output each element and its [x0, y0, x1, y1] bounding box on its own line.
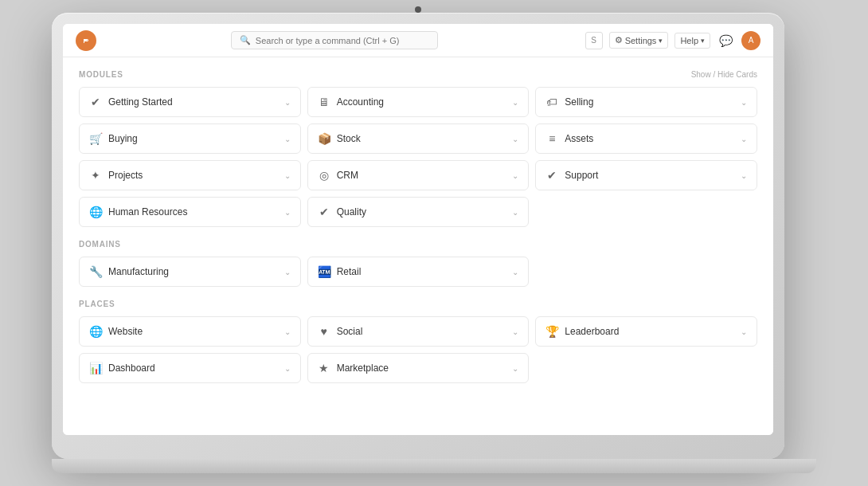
- places-grid: 🌐 Website ⌄ ♥ Social ⌄: [79, 316, 757, 383]
- assets-icon: ≡: [545, 132, 558, 145]
- module-card-accounting[interactable]: 🖥 Accounting ⌄: [307, 87, 530, 117]
- module-card-buying[interactable]: 🛒 Buying ⌄: [79, 123, 301, 154]
- module-card-website[interactable]: 🌐 Website ⌄: [79, 316, 301, 347]
- search-bar[interactable]: 🔍: [231, 31, 438, 49]
- search-icon: 🔍: [240, 35, 251, 45]
- support-icon: ✔: [545, 169, 558, 182]
- quality-icon: ✔: [318, 206, 330, 218]
- app-logo[interactable]: [76, 30, 96, 51]
- chevron-down-icon: ⌄: [512, 364, 518, 373]
- module-card-crm[interactable]: ◎ CRM ⌄: [307, 160, 530, 190]
- domains-section-header: DOMAINS: [79, 240, 757, 249]
- show-hide-cards-link[interactable]: Show / Hide Cards: [691, 70, 757, 79]
- module-card-support[interactable]: ✔ Support ⌄: [535, 160, 757, 190]
- website-icon: 🌐: [89, 325, 102, 338]
- chevron-down-icon: ⌄: [741, 135, 747, 143]
- module-card-selling[interactable]: 🏷 Selling ⌄: [535, 87, 757, 117]
- module-name-selling: Selling: [565, 96, 593, 108]
- retail-icon: 🏧: [318, 265, 330, 278]
- user-icon[interactable]: S: [585, 32, 603, 49]
- module-card-social[interactable]: ♥ Social ⌄: [307, 316, 530, 347]
- main-content: MODULES Show / Hide Cards ✔ Getting Star…: [63, 57, 773, 435]
- module-card-retail[interactable]: 🏧 Retail ⌄: [307, 257, 530, 287]
- domains-grid: 🔧 Manufacturing ⌄ 🏧 Retail ⌄: [79, 257, 757, 287]
- chevron-down-icon: ⌄: [284, 135, 291, 143]
- getting-started-icon: ✔: [89, 96, 102, 108]
- chevron-down-icon: ⌄: [512, 208, 518, 217]
- settings-icon: ⚙: [615, 35, 623, 45]
- avatar[interactable]: A: [741, 31, 760, 50]
- help-chevron: ▾: [701, 37, 705, 45]
- manufacturing-icon: 🔧: [89, 265, 102, 278]
- chevron-down-icon: ⌄: [741, 98, 747, 107]
- module-name-stock: Stock: [337, 133, 361, 144]
- module-name-accounting: Accounting: [337, 96, 384, 108]
- help-label: Help: [680, 36, 698, 45]
- chevron-down-icon: ⌄: [284, 171, 291, 180]
- chevron-down-icon: ⌄: [284, 364, 291, 373]
- chevron-down-icon: ⌄: [512, 135, 518, 143]
- module-card-projects[interactable]: ✦ Projects ⌄: [79, 160, 301, 190]
- modules-section-header: MODULES Show / Hide Cards: [79, 70, 757, 79]
- selling-icon: 🏷: [545, 96, 558, 108]
- module-card-stock[interactable]: 📦 Stock ⌄: [307, 123, 530, 154]
- module-card-manufacturing[interactable]: 🔧 Manufacturing ⌄: [79, 257, 301, 287]
- chevron-down-icon: ⌄: [741, 327, 747, 336]
- leaderboard-icon: 🏆: [545, 325, 558, 338]
- chevron-down-icon: ⌄: [284, 327, 291, 336]
- settings-chevron: ▾: [659, 37, 663, 45]
- module-name-human-resources: Human Resources: [108, 206, 187, 218]
- places-section-header: PLACES: [79, 300, 757, 308]
- module-name-dashboard: Dashboard: [108, 363, 155, 374]
- chevron-down-icon: ⌄: [741, 171, 747, 180]
- module-card-getting-started[interactable]: ✔ Getting Started ⌄: [79, 87, 301, 117]
- chevron-down-icon: ⌄: [512, 327, 518, 336]
- module-name-projects: Projects: [108, 170, 143, 181]
- module-name-marketplace: Marketplace: [337, 363, 389, 374]
- buying-icon: 🛒: [89, 132, 102, 145]
- laptop-base: [52, 459, 816, 473]
- module-card-dashboard[interactable]: 📊 Dashboard ⌄: [79, 353, 301, 383]
- chat-icon-button[interactable]: 💬: [717, 32, 735, 49]
- module-name-getting-started: Getting Started: [108, 96, 173, 108]
- module-name-support: Support: [565, 170, 598, 181]
- stock-icon: 📦: [318, 132, 330, 145]
- module-name-manufacturing: Manufacturing: [108, 266, 169, 277]
- module-name-buying: Buying: [108, 133, 138, 144]
- search-input[interactable]: [256, 36, 429, 45]
- accounting-icon: 🖥: [318, 96, 330, 108]
- settings-label: Settings: [625, 36, 657, 45]
- chevron-down-icon: ⌄: [512, 171, 518, 180]
- module-card-leaderboard[interactable]: 🏆 Leaderboard ⌄: [535, 316, 757, 347]
- topbar: 🔍 S ⚙ Settings ▾ Help ▾ 💬 A: [63, 24, 773, 57]
- modules-grid: ✔ Getting Started ⌄ 🖥 Accounting ⌄: [79, 87, 757, 227]
- module-name-leaderboard: Leaderboard: [565, 326, 619, 337]
- dashboard-icon: 📊: [89, 362, 102, 374]
- chevron-down-icon: ⌄: [284, 208, 291, 217]
- chevron-down-icon: ⌄: [284, 98, 291, 107]
- social-icon: ♥: [318, 325, 330, 338]
- topbar-right: S ⚙ Settings ▾ Help ▾ 💬 A: [585, 31, 760, 50]
- module-name-quality: Quality: [337, 206, 366, 218]
- settings-button[interactable]: ⚙ Settings ▾: [609, 32, 669, 49]
- modules-label: MODULES: [79, 70, 123, 79]
- module-card-marketplace[interactable]: ★ Marketplace ⌄: [307, 353, 530, 383]
- projects-icon: ✦: [89, 169, 102, 182]
- crm-icon: ◎: [318, 169, 330, 182]
- marketplace-icon: ★: [318, 362, 330, 374]
- chevron-down-icon: ⌄: [512, 98, 518, 107]
- module-card-quality[interactable]: ✔ Quality ⌄: [307, 197, 530, 227]
- places-label: PLACES: [79, 300, 115, 308]
- svg-point-1: [87, 40, 88, 41]
- module-name-assets: Assets: [565, 133, 593, 144]
- chevron-down-icon: ⌄: [284, 268, 291, 276]
- chevron-down-icon: ⌄: [512, 268, 518, 276]
- help-button[interactable]: Help ▾: [674, 33, 710, 49]
- domains-label: DOMAINS: [79, 240, 121, 249]
- module-name-crm: CRM: [337, 170, 358, 181]
- human-resources-icon: 🌐: [89, 206, 102, 218]
- module-name-website: Website: [108, 326, 143, 337]
- module-card-human-resources[interactable]: 🌐 Human Resources ⌄: [79, 197, 301, 227]
- module-card-assets[interactable]: ≡ Assets ⌄: [535, 123, 757, 154]
- module-name-retail: Retail: [337, 266, 362, 277]
